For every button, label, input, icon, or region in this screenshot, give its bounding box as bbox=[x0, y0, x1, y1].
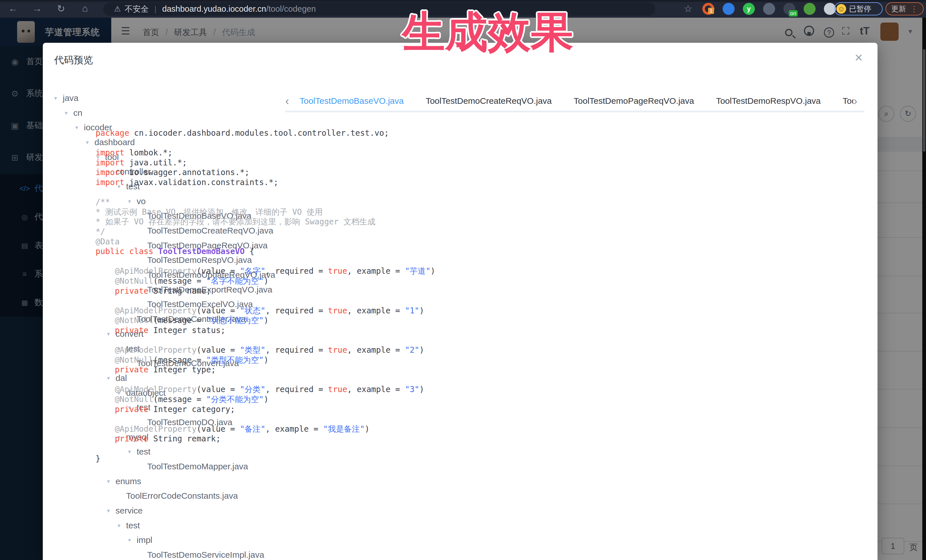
security-label[interactable]: 不安全 bbox=[125, 4, 148, 15]
code-line: @NotNull(message = "分类不能为空") bbox=[95, 395, 435, 405]
code-viewer: package cn.iocoder.dashboard.modules.too… bbox=[95, 128, 435, 463]
code-line: private Integer category; bbox=[95, 405, 435, 415]
code-line: import javax.validation.constraints.*; bbox=[95, 178, 435, 188]
code-line bbox=[95, 296, 435, 306]
tree-folder[interactable]: ▾service bbox=[54, 503, 285, 518]
dialog-title: 代码预览 bbox=[54, 54, 93, 67]
page-scrollbar[interactable] bbox=[922, 18, 926, 560]
code-line: @Data bbox=[95, 237, 435, 247]
tabs-strip: ToolTestDemoBaseVO.javaToolTestDemoCreat… bbox=[300, 91, 853, 111]
code-tab[interactable]: ToolTestDemoBaseVO.java bbox=[300, 91, 404, 111]
url-host: dashboard.yudao.iocoder.cn bbox=[162, 4, 266, 14]
leaf-ext-icon[interactable] bbox=[803, 3, 816, 15]
code-line: @ApiModelProperty(value = "类型", required… bbox=[95, 345, 435, 355]
caret-down-icon[interactable]: ▾ bbox=[107, 478, 115, 485]
tabs-scroll-right-icon[interactable]: › bbox=[853, 95, 861, 107]
annotation-text: 生成效果 bbox=[401, 8, 573, 56]
profile-emoji-icon: ☺ bbox=[837, 4, 846, 14]
caret-down-icon[interactable]: ▾ bbox=[54, 95, 63, 101]
code-line bbox=[95, 335, 435, 345]
tree-folder[interactable]: ▾cn bbox=[54, 106, 285, 120]
code-line: * 测试示例 Base VO，提供给添加、修改、详细的子 VO 使用 bbox=[95, 207, 435, 217]
code-line bbox=[95, 257, 435, 267]
code-line: package cn.iocoder.dashboard.modules.too… bbox=[95, 128, 435, 138]
code-line: * 如果子 VO 存在差异的字段，请不要添加到这里，影响 Swagger 文档生… bbox=[95, 217, 435, 227]
code-line bbox=[95, 414, 435, 424]
tree-node-label: service bbox=[115, 506, 143, 516]
back-icon[interactable]: ← bbox=[7, 3, 20, 14]
yuque-ext-icon[interactable]: y bbox=[743, 3, 755, 15]
scrollbar-thumb[interactable] bbox=[923, 49, 925, 152]
code-tab[interactable]: ToolTestDemoPageReqVO.java bbox=[574, 91, 694, 111]
close-icon[interactable]: × bbox=[855, 51, 862, 65]
ubuntu-ext-icon[interactable]: 1 bbox=[702, 3, 714, 15]
code-line: @ApiModelProperty(value = "备注", example … bbox=[95, 424, 435, 434]
update-label: 更新 bbox=[891, 4, 906, 14]
code-line bbox=[95, 188, 435, 198]
code-line: public class ToolTestDemoBaseVO { bbox=[95, 247, 435, 257]
profile-paused-badge[interactable]: ☺ 已暂停 bbox=[834, 2, 883, 15]
tree-folder[interactable]: ▾test bbox=[54, 518, 285, 533]
code-line bbox=[95, 138, 435, 148]
caret-down-icon[interactable]: ▾ bbox=[65, 110, 73, 116]
home-icon[interactable]: ⌂ bbox=[79, 3, 91, 14]
code-line bbox=[95, 375, 435, 385]
switch-ext-icon-badge: on bbox=[789, 10, 797, 17]
caret-down-icon[interactable]: ▾ bbox=[118, 522, 126, 529]
code-line: private Integer status; bbox=[95, 326, 435, 336]
reload-icon[interactable]: ↻ bbox=[55, 3, 67, 14]
annotation-overlay: 生成效果 bbox=[391, 4, 585, 58]
tree-node-label: enums bbox=[115, 477, 141, 486]
code-tab[interactable]: ToolTestDemoRespVO.java bbox=[716, 91, 821, 111]
code-tab[interactable]: ToolTe bbox=[843, 91, 853, 111]
file-tabs: ‹ ToolTestDemoBaseVO.javaToolTestDemoCre… bbox=[285, 91, 864, 112]
code-line: @NotNull(message = "状态不能为空") bbox=[95, 315, 435, 326]
code-tab[interactable]: ToolTestDemoCreateReqVO.java bbox=[426, 91, 552, 111]
paused-label: 已暂停 bbox=[849, 4, 871, 14]
tree-folder[interactable]: ▾impl bbox=[54, 533, 285, 548]
forward-icon[interactable]: → bbox=[31, 3, 43, 14]
code-preview-dialog: 代码预览 × ▾java▾cn▾iocoder▾dashboard▾tool▾c… bbox=[43, 43, 878, 560]
code-line: private String name; bbox=[95, 286, 435, 296]
browser-menu-icon[interactable]: ⋮ bbox=[910, 4, 918, 14]
code-line: */ bbox=[95, 227, 435, 237]
bookmark-star-icon[interactable]: ☆ bbox=[682, 3, 694, 14]
code-line: @NotNull(message = "名字不能为空") bbox=[95, 276, 435, 286]
code-line: private Integer type; bbox=[95, 365, 435, 375]
code-line: private String remark; bbox=[95, 434, 435, 444]
caret-down-icon[interactable]: ▾ bbox=[86, 139, 94, 146]
tabs-scroll-left-icon[interactable]: ‹ bbox=[285, 95, 293, 107]
tree-folder[interactable]: ▾java bbox=[54, 91, 285, 106]
yuque-ext-icon-letter: y bbox=[743, 3, 755, 15]
tree-node-label: java bbox=[63, 93, 79, 103]
code-line: @ApiModelProperty(value = "名字", required… bbox=[95, 266, 435, 276]
tree-file[interactable]: ToolTestDemoServiceImpl.java bbox=[54, 548, 285, 560]
code-line: import lombok.*; bbox=[95, 148, 435, 158]
tree-node-label: ToolErrorCodeConstants.java bbox=[126, 491, 238, 501]
url-path: /tool/codegen bbox=[266, 4, 316, 14]
tree-node-label: test bbox=[126, 521, 140, 530]
code-line: /** bbox=[95, 197, 435, 207]
caret-down-icon[interactable]: ▾ bbox=[75, 124, 84, 131]
caret-down-icon[interactable]: ▾ bbox=[128, 537, 137, 543]
divider: | bbox=[154, 5, 156, 14]
not-secure-warning-icon: ⚠ bbox=[114, 5, 121, 14]
pin-ext-icon[interactable] bbox=[723, 3, 735, 15]
code-line: @ApiModelProperty(value = "状态", required… bbox=[95, 306, 435, 316]
code-line: import java.util.*; bbox=[95, 158, 435, 168]
code-line: @NotNull(message = "类型不能为空") bbox=[95, 355, 435, 365]
tree-node-label: cn bbox=[73, 108, 82, 118]
translate-ext-icon[interactable] bbox=[763, 3, 775, 15]
tree-node-label: ToolTestDemoServiceImpl.java bbox=[147, 550, 264, 560]
code-line: import io.swagger.annotations.*; bbox=[95, 168, 435, 178]
tree-node-label: impl bbox=[137, 535, 152, 545]
code-line: @ApiModelProperty(value = "分类", required… bbox=[95, 385, 435, 395]
ubuntu-ext-icon-badge: 1 bbox=[708, 8, 714, 14]
code-line bbox=[95, 444, 435, 454]
switch-ext-icon[interactable]: on bbox=[783, 3, 795, 15]
screen: { "annotation": { "text": "生成效果", "color… bbox=[0, 0, 926, 560]
caret-down-icon[interactable]: ▾ bbox=[107, 507, 115, 514]
tree-folder[interactable]: ▾enums bbox=[54, 474, 285, 489]
tree-file[interactable]: ToolErrorCodeConstants.java bbox=[54, 489, 285, 504]
chrome-update-button[interactable]: 更新 ⋮ bbox=[885, 2, 924, 15]
